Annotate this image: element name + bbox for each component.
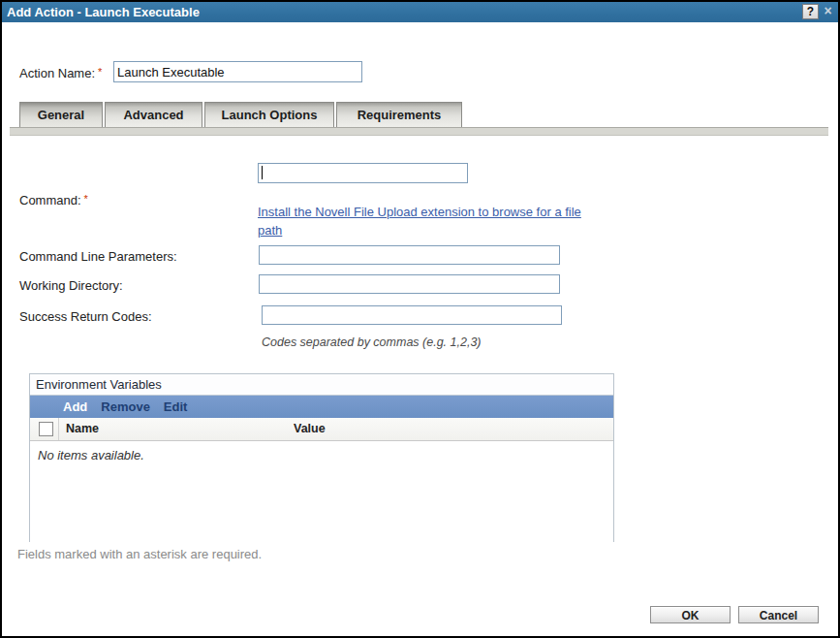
success-return-codes-input[interactable] (262, 305, 562, 325)
environment-variables-toolbar: Add Remove Edit (30, 396, 613, 418)
ok-button[interactable]: OK (650, 606, 731, 623)
action-name-input[interactable] (113, 61, 362, 82)
success-return-codes-label: Success Return Codes: (19, 309, 152, 324)
add-button[interactable]: Add (63, 399, 87, 414)
command-line-parameters-label: Command Line Parameters: (19, 249, 177, 264)
command-required-asterisk: * (84, 193, 88, 205)
environment-variables-panel: Environment Variables Add Remove Edit Na… (29, 373, 614, 542)
environment-variables-title: Environment Variables (30, 374, 613, 396)
add-action-dialog: Add Action - Launch Executable ? × Actio… (0, 0, 840, 638)
close-icon[interactable]: × (821, 4, 835, 19)
titlebar-buttons: ? × (802, 4, 835, 19)
command-label: Command:* (19, 193, 88, 207)
edit-button[interactable]: Edit (164, 399, 188, 414)
file-upload-extension-link[interactable]: Install the Novell File Upload extension… (258, 203, 599, 239)
action-name-label: Action Name:* (19, 66, 102, 80)
help-icon[interactable]: ? (802, 4, 819, 19)
text-caret (262, 166, 263, 179)
command-input[interactable] (258, 163, 468, 183)
column-header-name: Name (66, 422, 99, 435)
environment-variables-header-row: Name Value (30, 418, 613, 441)
remove-button[interactable]: Remove (101, 399, 150, 414)
environment-variables-list: No items available. (30, 441, 613, 542)
command-line-parameters-input[interactable] (259, 245, 560, 265)
command-label-text: Command: (19, 193, 81, 207)
action-name-label-text: Action Name: (19, 66, 95, 80)
column-header-value: Value (294, 422, 326, 435)
select-all-checkbox[interactable] (39, 422, 53, 436)
cancel-button[interactable]: Cancel (738, 606, 819, 623)
titlebar: Add Action - Launch Executable ? × (2, 2, 838, 22)
tab-bar: General Advanced Launch Options Requirem… (19, 102, 464, 127)
tab-requirements[interactable]: Requirements (336, 102, 462, 127)
tab-launch-options[interactable]: Launch Options (204, 102, 334, 127)
return-codes-hint: Codes separated by commas (e.g. 1,2,3) (262, 335, 482, 349)
required-fields-note: Fields marked with an asterisk are requi… (17, 547, 262, 561)
column-separator (58, 418, 59, 440)
dialog-title: Add Action - Launch Executable (2, 5, 200, 19)
tab-advanced[interactable]: Advanced (105, 102, 202, 127)
working-directory-input[interactable] (259, 274, 560, 294)
working-directory-label: Working Directory: (19, 278, 123, 293)
tab-general[interactable]: General (19, 102, 103, 127)
empty-list-message: No items available. (30, 441, 613, 463)
action-name-required-asterisk: * (98, 66, 102, 78)
tab-strip-band (10, 127, 828, 136)
